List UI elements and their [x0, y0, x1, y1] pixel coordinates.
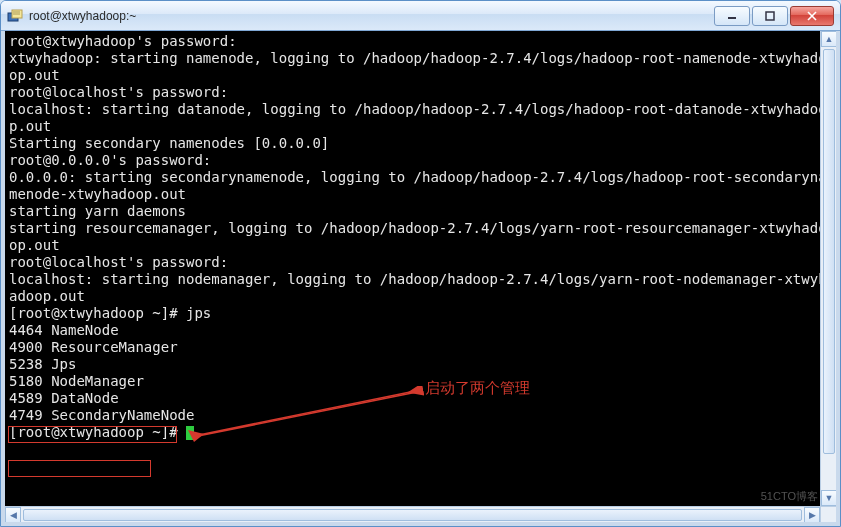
terminal-cursor — [186, 426, 194, 440]
maximize-button[interactable] — [752, 6, 788, 26]
close-button[interactable] — [790, 6, 834, 26]
svg-rect-5 — [766, 12, 774, 20]
putty-icon — [7, 8, 23, 24]
scroll-right-button[interactable]: ▶ — [804, 507, 820, 523]
window-title: root@xtwyhadoop:~ — [29, 9, 714, 23]
minimize-button[interactable] — [714, 6, 750, 26]
scroll-left-button[interactable]: ◀ — [5, 507, 21, 523]
terminal-container: root@xtwyhadoop's password: xtwyhadoop: … — [1, 31, 840, 526]
terminal-window: root@xtwyhadoop:~ root@xtwyhadoop's pass… — [0, 0, 841, 527]
vertical-scrollbar[interactable]: ▲ ▼ — [820, 31, 836, 506]
window-controls — [714, 6, 834, 26]
terminal-output[interactable]: root@xtwyhadoop's password: xtwyhadoop: … — [5, 31, 836, 522]
scrollbar-corner — [820, 506, 836, 522]
horizontal-scrollbar[interactable]: ◀ ▶ — [5, 506, 820, 522]
vertical-scroll-thumb[interactable] — [823, 49, 835, 454]
scroll-up-button[interactable]: ▲ — [821, 31, 837, 47]
title-bar[interactable]: root@xtwyhadoop:~ — [1, 1, 840, 31]
horizontal-scroll-thumb[interactable] — [23, 509, 802, 521]
scroll-down-button[interactable]: ▼ — [821, 490, 837, 506]
